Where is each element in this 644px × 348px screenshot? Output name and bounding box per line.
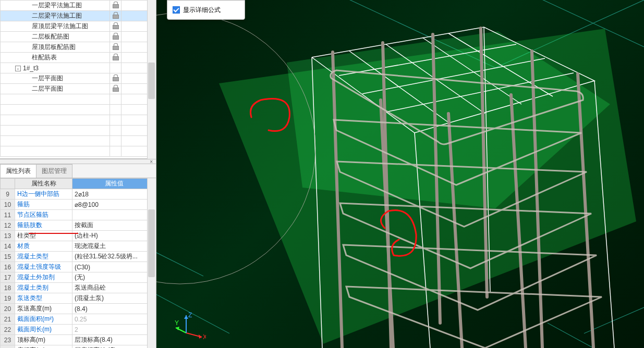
prop-value[interactable]: ⌀8@100 xyxy=(72,200,156,210)
property-row[interactable]: 10箍筋⌀8@100 xyxy=(1,200,156,210)
tab-layer-manage[interactable]: 图层管理 xyxy=(36,164,72,178)
tree-row[interactable]: 一层梁平法施工图 xyxy=(1,1,156,11)
tree-item-label[interactable]: -1#_t3 xyxy=(1,63,110,73)
prop-index: 9 xyxy=(1,189,15,200)
lock-icon xyxy=(113,74,119,81)
prop-name[interactable]: 底标高(m) xyxy=(15,345,72,349)
tree-row[interactable]: 二层平面图 xyxy=(1,84,156,94)
property-row[interactable]: 13柱类型(边柱-H) xyxy=(1,231,156,241)
property-row[interactable]: 18混凝土类别泵送商品砼 xyxy=(1,283,156,293)
model-overlay xyxy=(156,0,644,348)
lock-cell[interactable] xyxy=(110,84,121,94)
tree-item-label[interactable]: 一层平面图 xyxy=(1,73,110,84)
prop-value[interactable]: 2⌀18 xyxy=(72,189,156,200)
prop-name[interactable]: 箍筋肢数 xyxy=(15,220,72,231)
lock-cell[interactable] xyxy=(110,42,121,53)
tree-item-label[interactable]: 一层梁平法施工图 xyxy=(1,1,110,11)
tree-row[interactable]: 二层板配筋图 xyxy=(1,32,156,42)
property-row[interactable]: 17混凝土外加剂(无) xyxy=(1,272,156,283)
property-row[interactable]: 12箍筋肢数按截面 xyxy=(1,220,156,231)
tree-row[interactable]: 屋顶层板配筋图 xyxy=(1,42,156,53)
prop-name[interactable]: 材质 xyxy=(15,241,72,252)
tree-row[interactable]: 柱配筋表 xyxy=(1,53,156,63)
prop-name[interactable]: 泵送高度(m) xyxy=(15,304,72,314)
panel-close-strip[interactable]: × xyxy=(0,159,156,164)
lock-cell[interactable] xyxy=(110,1,121,11)
axis-gizmo[interactable]: X Y Z xyxy=(175,312,206,341)
prop-value[interactable]: (8.4) xyxy=(72,304,156,314)
prop-value[interactable]: (无) xyxy=(72,272,156,283)
tree-item-label[interactable]: 柱配筋表 xyxy=(1,53,110,63)
prop-value[interactable]: 2 xyxy=(72,325,156,335)
prop-name[interactable]: 混凝土强度等级 xyxy=(15,262,72,272)
lock-cell[interactable] xyxy=(110,32,121,42)
lock-cell[interactable] xyxy=(110,73,121,84)
prop-value[interactable]: 0.25 xyxy=(72,314,156,325)
tree-item-label[interactable]: 屋顶层梁平法施工图 xyxy=(1,21,110,32)
property-row[interactable]: 20泵送高度(m)(8.4) xyxy=(1,304,156,314)
property-row[interactable]: 22截面周长(m)2 xyxy=(1,325,156,335)
prop-value[interactable]: (混凝土泵) xyxy=(72,293,156,304)
tree-row[interactable]: -1#_t3 xyxy=(1,63,156,73)
annotation-underline xyxy=(29,233,78,234)
lock-icon xyxy=(113,33,119,39)
prop-name[interactable]: 泵送类型 xyxy=(15,293,72,304)
property-row[interactable]: 14材质现浇混凝土 xyxy=(1,241,156,252)
property-row[interactable]: 15混凝土类型(粒径31.5砼32.5级坍... xyxy=(1,252,156,262)
lock-cell[interactable] xyxy=(110,11,121,21)
property-tabs: 属性列表 图层管理 xyxy=(0,164,156,178)
drawing-tree: 一层梁平法施工图二层梁平法施工图屋顶层梁平法施工图二层板配筋图屋顶层板配筋图柱配… xyxy=(0,0,156,159)
formula-options-panel: 显示详细公式 xyxy=(167,0,245,20)
lock-icon xyxy=(113,54,119,60)
prop-name[interactable]: 混凝土类别 xyxy=(15,283,72,293)
tree-row[interactable]: 屋顶层梁平法施工图 xyxy=(1,21,156,32)
tree-row[interactable]: 一层平面图 xyxy=(1,73,156,84)
prop-name[interactable]: 截面面积(m²) xyxy=(15,314,72,325)
expander-icon[interactable]: - xyxy=(15,66,21,71)
3d-viewport[interactable]: 显示详细公式 X Y Z xyxy=(156,0,644,348)
tab-property-list[interactable]: 属性列表 xyxy=(0,164,37,178)
property-row[interactable]: 19泵送类型(混凝土泵) xyxy=(1,293,156,304)
tree-item-label[interactable]: 二层板配筋图 xyxy=(1,32,110,42)
prop-value[interactable]: 泵送商品砼 xyxy=(72,283,156,293)
svg-marker-28 xyxy=(184,315,188,319)
lock-cell[interactable] xyxy=(110,53,121,63)
prop-value[interactable]: 层顶标高(8.4) xyxy=(72,335,156,345)
checkbox-show-detail-formula[interactable] xyxy=(173,6,180,14)
prop-value[interactable]: 层底标高(4.45) xyxy=(72,345,156,349)
prop-value[interactable]: (C30) xyxy=(72,262,156,272)
prop-name[interactable]: 顶标高(m) xyxy=(15,335,72,345)
prop-value[interactable]: (边柱-H) xyxy=(72,231,156,241)
prop-index: 19 xyxy=(1,293,15,304)
property-row[interactable]: 11节点区箍筋 xyxy=(1,210,156,220)
prop-value[interactable]: 现浇混凝土 xyxy=(72,241,156,252)
prop-scrollbar[interactable] xyxy=(147,178,156,348)
prop-index: 18 xyxy=(1,283,15,293)
prop-name[interactable]: 截面周长(m) xyxy=(15,325,72,335)
prop-name[interactable]: 柱类型 xyxy=(15,231,72,241)
property-row[interactable]: 16混凝土强度等级(C30) xyxy=(1,262,156,272)
prop-value[interactable]: 按截面 xyxy=(72,220,156,231)
prop-name[interactable]: H边一侧中部筋 xyxy=(15,189,72,200)
scroll-thumb[interactable] xyxy=(148,63,155,99)
tree-item-label[interactable]: 二层梁平法施工图 xyxy=(1,11,110,21)
lock-cell[interactable] xyxy=(110,21,121,32)
prop-value[interactable]: (粒径31.5砼32.5级坍... xyxy=(72,252,156,262)
prop-value[interactable] xyxy=(72,210,156,220)
tree-row[interactable]: 二层梁平法施工图 xyxy=(1,11,156,21)
lock-cell[interactable] xyxy=(110,63,121,73)
property-row[interactable]: 21截面面积(m²)0.25 xyxy=(1,314,156,325)
lock-icon xyxy=(113,12,119,18)
property-row[interactable]: 24底标高(m)层底标高(4.45) xyxy=(1,345,156,349)
prop-name[interactable]: 节点区箍筋 xyxy=(15,210,72,220)
tree-item-label[interactable]: 屋顶层板配筋图 xyxy=(1,42,110,53)
left-panel: 一层梁平法施工图二层梁平法施工图屋顶层梁平法施工图二层板配筋图屋顶层板配筋图柱配… xyxy=(0,0,156,348)
prop-name[interactable]: 箍筋 xyxy=(15,200,72,210)
property-row[interactable]: 9H边一侧中部筋2⌀18 xyxy=(1,189,156,200)
prop-name[interactable]: 混凝土类型 xyxy=(15,252,72,262)
prop-name[interactable]: 混凝土外加剂 xyxy=(15,272,72,283)
tree-item-label[interactable]: 二层平面图 xyxy=(1,84,110,94)
property-row[interactable]: 23顶标高(m)层顶标高(8.4) xyxy=(1,335,156,345)
scroll-thumb[interactable] xyxy=(148,209,155,277)
tree-scrollbar[interactable] xyxy=(147,0,156,159)
